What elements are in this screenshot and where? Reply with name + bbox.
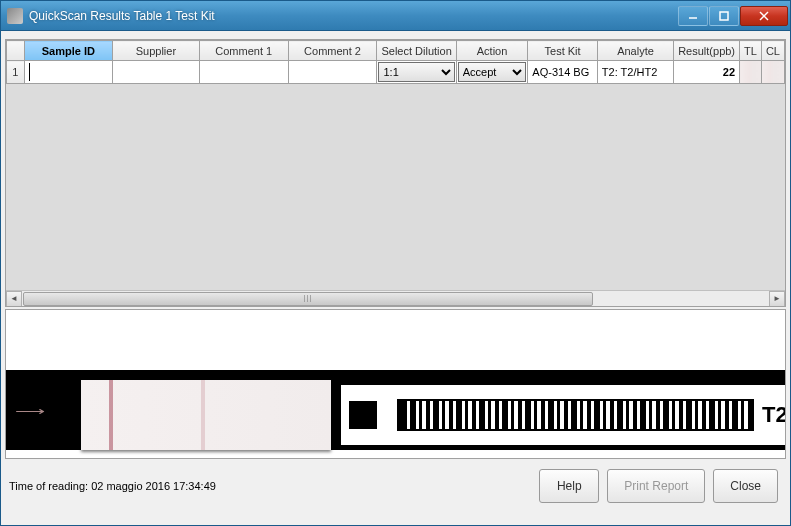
action-select[interactable]: Accept bbox=[458, 62, 527, 82]
scroll-thumb[interactable] bbox=[23, 292, 593, 306]
cell-comment1[interactable] bbox=[199, 61, 288, 84]
cell-comment2[interactable] bbox=[288, 61, 377, 84]
minimize-icon bbox=[688, 11, 698, 21]
barcode-icon bbox=[397, 399, 754, 431]
help-button[interactable]: Help bbox=[539, 469, 599, 503]
comment1-input[interactable] bbox=[204, 63, 284, 81]
cell-result: 22 bbox=[674, 61, 740, 84]
cell-tl bbox=[740, 61, 762, 84]
scroll-left-button[interactable]: ◄ bbox=[6, 291, 22, 307]
scan-arrow-icon: ⟶ bbox=[15, 403, 45, 419]
maximize-icon bbox=[719, 11, 729, 21]
barcode-marker-square bbox=[349, 401, 377, 429]
col-cl[interactable]: CL bbox=[761, 41, 784, 61]
col-comment1[interactable]: Comment 1 bbox=[199, 41, 288, 61]
cell-analyte: T2: T2/HT2 bbox=[597, 61, 673, 84]
col-rownum bbox=[7, 41, 25, 61]
cell-supplier[interactable] bbox=[113, 61, 200, 84]
supplier-input[interactable] bbox=[117, 63, 195, 81]
col-test-kit[interactable]: Test Kit bbox=[528, 41, 597, 61]
time-of-reading: Time of reading: 02 maggio 2016 17:34:49 bbox=[9, 480, 216, 492]
barcode-strip: T2- bbox=[341, 385, 786, 445]
maximize-button[interactable] bbox=[709, 6, 739, 26]
comment2-input[interactable] bbox=[293, 63, 373, 81]
horizontal-scrollbar[interactable]: ◄ ► bbox=[6, 290, 785, 306]
col-sample-id[interactable]: Sample ID bbox=[24, 41, 112, 61]
cell-action[interactable]: Accept bbox=[456, 61, 528, 84]
cell-test-kit: AQ-314 BG bbox=[528, 61, 597, 84]
close-window-button[interactable] bbox=[740, 6, 788, 26]
titlebar: QuickScan Results Table 1 Test Kit bbox=[1, 1, 790, 31]
col-tl[interactable]: TL bbox=[740, 41, 762, 61]
sample-id-input[interactable] bbox=[29, 63, 108, 81]
scan-image-panel: ⟶ T2- bbox=[5, 309, 786, 459]
close-icon bbox=[759, 11, 769, 21]
col-analyte[interactable]: Analyte bbox=[597, 41, 673, 61]
col-select-dilution[interactable]: Select Dilution bbox=[377, 41, 456, 61]
col-supplier[interactable]: Supplier bbox=[113, 41, 200, 61]
cell-sample-id[interactable] bbox=[24, 61, 112, 84]
close-button[interactable]: Close bbox=[713, 469, 778, 503]
col-action[interactable]: Action bbox=[456, 41, 528, 61]
window-title: QuickScan Results Table 1 Test Kit bbox=[29, 9, 678, 23]
test-strip-visual bbox=[81, 380, 331, 450]
table-row: 1 1:1 bbox=[7, 61, 785, 84]
cell-cl bbox=[761, 61, 784, 84]
app-icon bbox=[7, 8, 23, 24]
footer-bar: Time of reading: 02 maggio 2016 17:34:49… bbox=[5, 459, 786, 507]
dilution-select[interactable]: 1:1 bbox=[378, 62, 454, 82]
scroll-right-button[interactable]: ► bbox=[769, 291, 785, 307]
content-area: Sample ID Supplier Comment 1 Comment 2 S… bbox=[1, 31, 790, 525]
row-number: 1 bbox=[7, 61, 25, 84]
strip-label-text: T2- bbox=[762, 402, 786, 428]
col-comment2[interactable]: Comment 2 bbox=[288, 41, 377, 61]
col-result[interactable]: Result(ppb) bbox=[674, 41, 740, 61]
minimize-button[interactable] bbox=[678, 6, 708, 26]
table-header-row: Sample ID Supplier Comment 1 Comment 2 S… bbox=[7, 41, 785, 61]
svg-rect-1 bbox=[720, 12, 728, 20]
cell-dilution[interactable]: 1:1 bbox=[377, 61, 456, 84]
results-table-container: Sample ID Supplier Comment 1 Comment 2 S… bbox=[5, 39, 786, 307]
window-controls bbox=[678, 6, 788, 26]
results-table: Sample ID Supplier Comment 1 Comment 2 S… bbox=[6, 40, 785, 84]
print-report-button[interactable]: Print Report bbox=[607, 469, 705, 503]
